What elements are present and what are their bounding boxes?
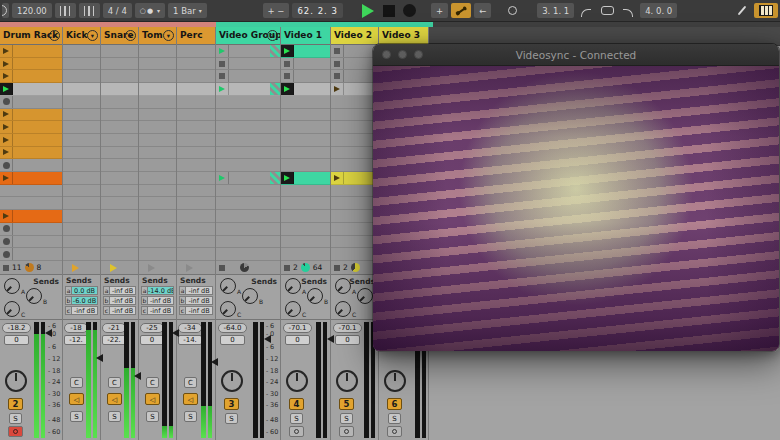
clip-slot[interactable] xyxy=(101,58,138,71)
clip-slot[interactable] xyxy=(139,96,176,109)
clip-slot[interactable] xyxy=(331,236,378,249)
track-fold-icon[interactable]: ⊘ xyxy=(267,30,278,41)
groove-menu[interactable]: ○● ▾ xyxy=(135,3,165,18)
clip-stop-all-icon[interactable] xyxy=(334,265,340,271)
clip-stop-button[interactable] xyxy=(281,58,294,70)
track-header-video-2[interactable]: Video 2 xyxy=(331,27,378,45)
clip-slot[interactable] xyxy=(331,70,378,83)
peak-level-display[interactable]: -70.1 xyxy=(333,323,362,333)
arrangement-position-display[interactable]: 62. 2. 3 xyxy=(292,3,342,18)
send-amount[interactable]: -inf dB xyxy=(110,296,136,305)
clip-slot[interactable] xyxy=(177,121,215,134)
value-display[interactable]: 0 xyxy=(335,335,360,345)
clip-slot[interactable] xyxy=(0,70,62,83)
clip-slot[interactable] xyxy=(177,210,215,223)
clip-slot[interactable] xyxy=(101,172,138,185)
solo-button[interactable]: S xyxy=(70,411,83,422)
clip-slot[interactable] xyxy=(101,185,138,198)
peak-level-display[interactable]: -34 xyxy=(178,323,202,333)
send-knob-a[interactable] xyxy=(220,278,236,294)
solo-button[interactable]: S xyxy=(9,413,22,424)
track-fold-icon[interactable]: ▾ xyxy=(87,30,98,41)
track-activator[interactable]: 3 xyxy=(224,398,239,410)
arm-button[interactable] xyxy=(289,426,304,437)
clip-slot[interactable] xyxy=(139,58,176,71)
clip-slot[interactable] xyxy=(101,197,138,210)
track-fold-icon[interactable]: ▾ xyxy=(125,30,136,41)
clip-slot[interactable] xyxy=(101,109,138,122)
clip-slot[interactable] xyxy=(63,210,100,223)
clip-slot[interactable] xyxy=(216,109,280,122)
send-amount[interactable]: -inf dB xyxy=(148,296,174,305)
track-activator[interactable]: ◁ xyxy=(107,393,122,405)
clip-slot[interactable] xyxy=(63,58,100,71)
clip-slot[interactable] xyxy=(177,147,215,160)
send-amount[interactable]: -inf dB xyxy=(110,286,136,295)
clip-stop-button[interactable] xyxy=(0,159,13,171)
clip-slot[interactable] xyxy=(281,236,330,249)
tap-tempo-partial[interactable] xyxy=(2,3,9,18)
pan-knob[interactable] xyxy=(221,370,243,392)
clip-slot[interactable] xyxy=(331,185,378,198)
send-amount[interactable]: -6.0 dB xyxy=(72,296,98,305)
send-amount[interactable]: -inf dB xyxy=(72,306,98,315)
clip-slot[interactable] xyxy=(177,70,215,83)
clip-slot[interactable] xyxy=(101,236,138,249)
clip-slot[interactable] xyxy=(101,70,138,83)
send-amount[interactable]: -inf dB xyxy=(148,306,174,315)
send-knob-b[interactable] xyxy=(26,288,42,304)
clip-launch-button[interactable] xyxy=(0,58,13,70)
clip-slot[interactable] xyxy=(139,147,176,160)
clip-slot[interactable] xyxy=(63,96,100,109)
clip-stop-button[interactable] xyxy=(331,45,344,57)
clip-slot[interactable] xyxy=(281,197,330,210)
clip-slot[interactable] xyxy=(281,58,330,71)
clip-slot[interactable] xyxy=(139,83,176,96)
track-activator[interactable]: ◁ xyxy=(145,393,160,405)
peak-level-display[interactable]: -70.1 xyxy=(283,323,312,333)
clip-slot[interactable] xyxy=(139,248,176,261)
volume-fader[interactable] xyxy=(134,372,141,380)
crossfade-assign-button[interactable]: C xyxy=(108,377,121,388)
send-amount[interactable]: 0.0 dB xyxy=(72,286,98,295)
session-record-button[interactable] xyxy=(503,3,521,19)
clip-slot[interactable] xyxy=(216,147,280,160)
clip-slot[interactable] xyxy=(101,121,138,134)
clip-launch-button[interactable] xyxy=(331,83,344,95)
clip-slot[interactable] xyxy=(331,248,378,261)
send-knob-a[interactable] xyxy=(285,278,301,294)
clip-slot[interactable] xyxy=(101,223,138,236)
clip-slot[interactable] xyxy=(0,96,62,109)
clip-launch-button[interactable] xyxy=(331,172,344,184)
clip-slot[interactable] xyxy=(0,121,62,134)
clip-slot[interactable] xyxy=(216,185,280,198)
draw-mode-button[interactable] xyxy=(733,3,751,19)
clip-slot[interactable] xyxy=(177,83,215,96)
computer-midi-keyboard-button[interactable] xyxy=(754,3,778,18)
clip-launch-button[interactable] xyxy=(0,147,13,159)
clip-stop-all-icon[interactable] xyxy=(219,265,225,271)
clip-slot[interactable] xyxy=(281,121,330,134)
clip-slot[interactable] xyxy=(139,185,176,198)
solo-button[interactable]: S xyxy=(290,413,303,424)
crossfade-assign-button[interactable]: C xyxy=(70,377,83,388)
clip-stop-button[interactable] xyxy=(0,236,13,248)
send-amount[interactable]: -inf dB xyxy=(110,306,136,315)
punch-out-button[interactable] xyxy=(619,3,637,19)
clip-slot[interactable] xyxy=(177,159,215,172)
clip-slot[interactable] xyxy=(0,210,62,223)
clip-launch-button[interactable] xyxy=(0,83,13,95)
clip-slot[interactable] xyxy=(139,121,176,134)
clip-stop-button[interactable] xyxy=(0,248,13,260)
clip-slot[interactable] xyxy=(281,45,330,58)
volume-fader[interactable] xyxy=(327,335,334,343)
clip-launch-button[interactable] xyxy=(281,45,294,57)
clip-slot[interactable] xyxy=(177,236,215,249)
clip-slot[interactable] xyxy=(0,83,62,96)
clip-slot[interactable] xyxy=(139,109,176,122)
clip-slot[interactable] xyxy=(101,96,138,109)
track-activator[interactable]: ◁ xyxy=(69,393,84,405)
clip-slot[interactable] xyxy=(63,223,100,236)
value-display[interactable]: -14. xyxy=(178,335,202,345)
clip-slot[interactable] xyxy=(281,83,330,96)
